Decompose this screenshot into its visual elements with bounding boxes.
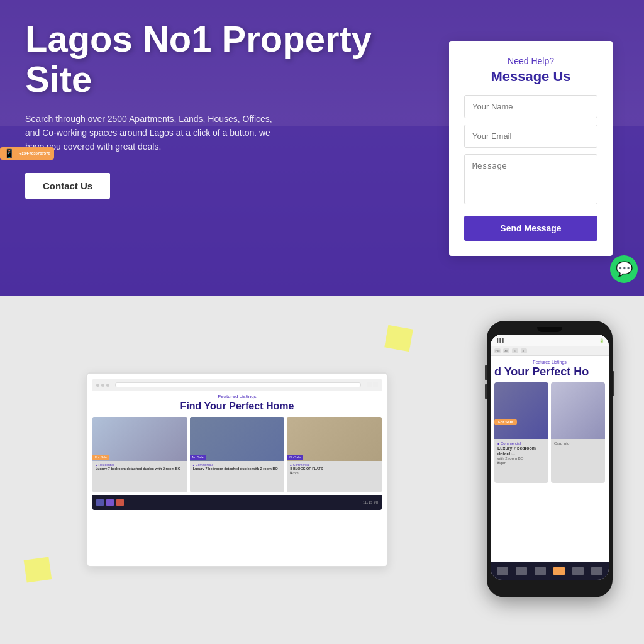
sticky-note-2 [24,557,52,582]
phone-vol-up-button [485,365,487,380]
browser-controls [367,382,378,387]
phone-status-bar: ▐▐▐ 🔋 [491,335,609,346]
phone-tab-2: Ab [503,348,509,353]
phone-listing-price: ₦/pm [497,460,545,465]
taskbar-icon-1 [96,499,104,506]
phone-listing-card-1: For Sale ■ Commercial Luxury 7 bedroom d… [494,382,548,483]
laptop-listing-card-3: No Sale ■ Commercial 8 BLOCK OF FLATS ₦/… [287,417,382,492]
bottom-section: Featured Listings Find Your Perfect Home… [0,296,644,644]
message-input[interactable] [464,154,597,204]
laptop-taskbar: 11:15 PM [92,495,382,510]
phone-tab-1: Pag [494,348,501,353]
phone-tab-4: ST [521,348,527,353]
phone-number: +234-7035707578 [19,152,50,155]
phone-listing-name-1: Luxury 7 bedroom detach... [497,445,545,457]
browser-dot-3 [106,384,109,387]
contact-us-button[interactable]: Contact Us [25,173,110,199]
send-message-button[interactable]: Send Message [464,216,597,241]
phone-signal: ▐▐▐ [496,338,504,342]
phone-site-content: Featured Listings d Your Perfect Ho For … [491,356,609,580]
phone-card-info-1: ■ Commercial Luxury 7 bedroom detach... … [494,439,548,467]
listing-info-3: ■ Commercial 8 BLOCK OF FLATS ₦/pm [287,461,382,477]
listing-info-2: ■ Commercial Luxury 7 bedroom detached d… [190,461,285,473]
message-us-title: Message Us [464,69,597,85]
phone-badge-1: For Sale [494,419,517,425]
phone-main-title: d Your Perfect Ho [494,365,605,379]
listing-name-1: Luxury 7 bedroom detached duplex with 2 … [96,467,184,471]
whatsapp-icon: 💬 [616,261,633,277]
need-help-label: Need Help? [464,56,597,66]
phone-bottom-nav [491,562,609,580]
listing-price-3: ₦/pm [290,471,379,475]
phone-mockup-wrapper: ▐▐▐ 🔋 Pag Ab El ST Featured Listings d Y… [474,321,625,619]
phone-nav-menu[interactable] [553,567,565,575]
laptop-browser-bar [92,379,382,391]
phone-listing-name-2: Card info [554,441,602,445]
laptop-featured-tag: Featured Listings [92,394,382,399]
listing-badge-3: No Sale [287,455,303,460]
taskbar-icon-2 [106,499,114,506]
sticky-note-1 [384,325,413,352]
browser-dot-1 [96,384,99,387]
phone-power-button [613,371,614,396]
phone-listing-card-2: Card info [551,382,605,483]
phone-nav-search[interactable] [572,567,584,575]
contact-form-panel: Need Help? Message Us Send Message [449,41,613,256]
address-bar [115,382,361,387]
listing-name-3: 8 BLOCK OF FLATS [290,467,379,471]
phone-vol-down-button [485,384,487,399]
taskbar-time: 11:15 PM [363,501,378,504]
browser-control-2 [373,382,378,387]
laptop-listings: For Sale ■ Residential Luxury 7 bedroom … [92,417,382,492]
phone-badge[interactable]: 📱 +234-7035707578 [0,147,54,160]
phone-screen: ▐▐▐ 🔋 Pag Ab El ST Featured Listings d Y… [491,335,609,580]
phone-frame: ▐▐▐ 🔋 Pag Ab El ST Featured Listings d Y… [487,321,613,597]
phone-battery: 🔋 [599,338,604,343]
phone-card-image-1 [494,382,548,439]
laptop-listing-card-2: No Sale ■ Commercial Luxury 7 bedroom de… [190,417,285,492]
browser-control-1 [367,382,372,387]
phone-featured-tag: Featured Listings [494,360,605,364]
phone-browser-bar: Pag Ab El ST [491,346,609,356]
phone-card-image-2 [551,382,605,439]
phone-icon: 📱 [4,148,14,158]
phone-notch [537,327,562,332]
laptop-main-title: Find Your Perfect Home [92,401,382,412]
browser-dot-2 [101,384,104,387]
laptop-listing-card-1: For Sale ■ Residential Luxury 7 bedroom … [92,417,187,492]
phone-nav-home[interactable] [497,567,508,575]
laptop-site-content: Featured Listings Find Your Perfect Home… [92,394,382,558]
listing-info-1: ■ Residential Luxury 7 bedroom detached … [92,461,187,473]
whatsapp-button[interactable]: 💬 [610,255,638,283]
hero-subtitle: Search through over 2500 Apartments, Lan… [25,112,277,154]
phone-tab-3: El [512,348,518,353]
hero-section: 📱 +234-7035707578 Lagos No1 Property Sit… [0,0,644,296]
phone-card-info-2: Card info [551,439,605,448]
taskbar-icon-3 [116,499,124,506]
name-input[interactable] [464,95,597,118]
hero-title: Lagos No1 Property Site [25,19,402,99]
laptop-frame: Featured Listings Find Your Perfect Home… [86,372,388,567]
phone-nav-recent[interactable] [535,567,546,575]
phone-nav-back[interactable] [516,567,527,575]
email-input[interactable] [464,125,597,148]
listing-badge-1: For Sale [92,455,109,460]
laptop-mockup-wrapper: Featured Listings Find Your Perfect Home… [19,321,455,619]
listing-badge-2: No Sale [190,455,206,460]
listing-name-2: Luxury 7 bedroom detached duplex with 2 … [193,467,282,471]
phone-listings: For Sale ■ Commercial Luxury 7 bedroom d… [494,382,605,483]
phone-nav-share[interactable] [591,567,602,575]
